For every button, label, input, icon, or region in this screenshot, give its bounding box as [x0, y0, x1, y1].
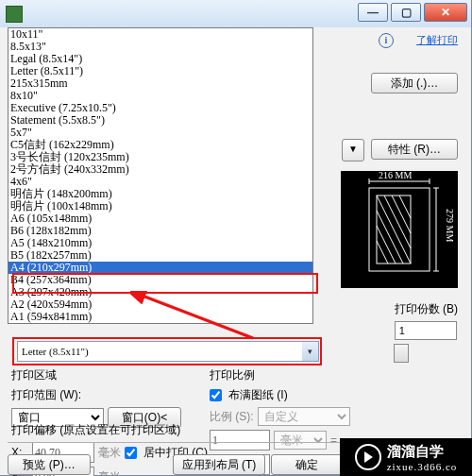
preview-button[interactable]: 预览 (P)… [8, 454, 91, 475]
properties-button[interactable]: 特性 (R)… [371, 139, 458, 160]
paper-preview: 216 MM 279 MM [341, 171, 458, 288]
watermark-url: zixue.3d66.co [387, 461, 458, 472]
watermark: 溜溜自学 zixue.3d66.co [340, 438, 472, 476]
paper-size-option[interactable]: 10x11" [8, 28, 312, 41]
maximize-button[interactable]: ▢ [391, 3, 421, 22]
print-dialog: — ▢ ✕ i 了解打印 添加 (.)… ▼ 特性 (R)… [0, 0, 472, 476]
fit-to-paper-label: 布满图纸 (I) [228, 387, 288, 403]
svg-line-7 [377, 226, 396, 264]
paper-size-option[interactable]: A1 (594x841mm) [8, 311, 312, 323]
info-icon: i [379, 33, 394, 48]
svg-line-2 [377, 196, 411, 264]
fit-to-paper-checkbox[interactable] [210, 389, 222, 401]
close-button[interactable]: ✕ [424, 3, 467, 22]
app-icon [6, 6, 23, 23]
svg-line-4 [392, 196, 411, 233]
print-range-label: 打印范围 (W): [11, 387, 81, 403]
scale-select: 自定义 [258, 407, 350, 426]
print-area-group: 打印区域 [11, 367, 200, 383]
annotation-box [12, 273, 318, 294]
paper-size-option[interactable]: Statement (5.5x8.5") [8, 114, 312, 127]
titlebar: — ▢ ✕ [0, 0, 471, 27]
minimize-button[interactable]: — [358, 3, 388, 22]
paper-size-option[interactable]: 2号方信封 (240x332mm) [8, 163, 312, 176]
paper-size-option[interactable]: 215x315mm [8, 77, 312, 90]
print-scale-group: 打印比例 [210, 367, 398, 383]
svg-line-6 [377, 211, 403, 264]
offset-group: 打印偏移 (原点设置在可打印区域) [11, 422, 219, 438]
watermark-brand: 溜溜自学 [387, 443, 458, 461]
play-icon [355, 444, 381, 470]
annotation-box [12, 337, 322, 366]
copies-input[interactable]: 1 [395, 321, 457, 340]
learn-print-link[interactable]: 了解打印 [416, 33, 458, 47]
ok-button[interactable]: 确定 [271, 454, 343, 475]
props-dropdown[interactable]: ▼ [342, 139, 364, 162]
apply-layout-button[interactable]: 应用到布局 (T) [173, 454, 265, 475]
add-button[interactable]: 添加 (.)… [371, 73, 458, 94]
copies-spinner[interactable] [394, 344, 409, 363]
svg-line-3 [384, 196, 411, 248]
preview-width: 216 MM [379, 170, 412, 180]
copies-label: 打印份数 (B) [395, 301, 458, 317]
preview-height: 279 MM [445, 209, 455, 242]
